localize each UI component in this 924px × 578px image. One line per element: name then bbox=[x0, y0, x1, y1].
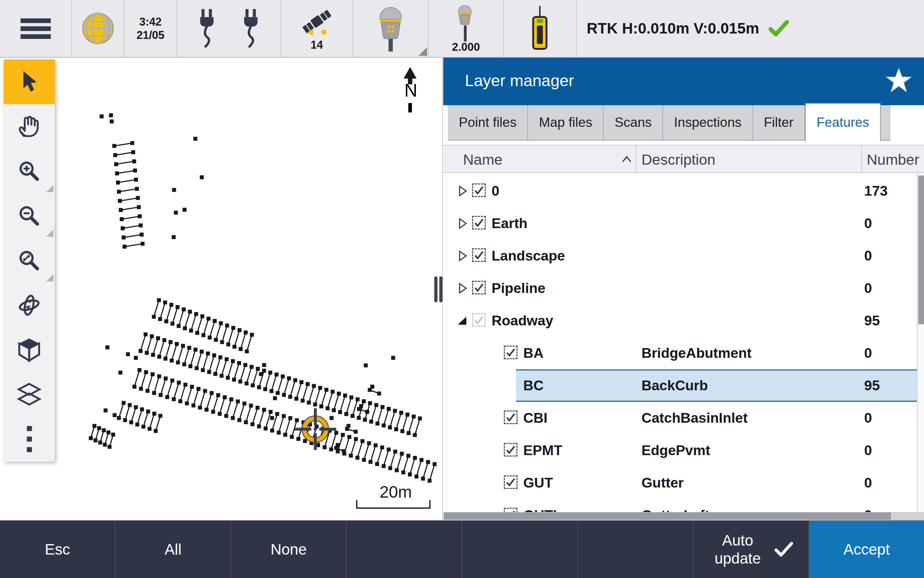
antenna-height-button[interactable]: 2.000 bbox=[429, 0, 504, 57]
feature-description: GutterLeft bbox=[641, 499, 710, 512]
map-toolbar bbox=[3, 60, 55, 462]
globe-icon bbox=[80, 10, 116, 47]
softkey-empty-3 bbox=[578, 521, 694, 578]
select-tool-button[interactable] bbox=[3, 60, 55, 104]
layer-name: 0 bbox=[492, 175, 500, 207]
feature-code: CBI bbox=[523, 402, 547, 434]
expand-collapsed-icon[interactable] bbox=[458, 185, 468, 197]
main-menu-button[interactable] bbox=[0, 0, 72, 57]
zoom-extents-button[interactable] bbox=[3, 238, 55, 283]
feature-description: CatchBasinInlet bbox=[641, 402, 748, 434]
feature-row-cbi[interactable]: CBI CatchBasinInlet 0 bbox=[443, 402, 924, 434]
layer-checkbox[interactable] bbox=[472, 248, 486, 262]
feature-code: EPMT bbox=[523, 434, 562, 467]
layers-icon bbox=[16, 383, 42, 406]
expand-collapsed-icon[interactable] bbox=[458, 250, 468, 261]
softkey-bar: Esc All None Auto update Accept bbox=[0, 520, 924, 578]
layer-manager-panel: Layer manager Point files Map files Scan… bbox=[443, 58, 924, 520]
column-divider bbox=[861, 146, 862, 173]
feature-code: BC bbox=[523, 369, 544, 402]
auto-update-check-icon bbox=[775, 542, 793, 557]
feature-row-gut[interactable]: GUT Gutter 0 bbox=[443, 467, 924, 499]
checkmark-icon bbox=[505, 412, 516, 423]
sort-ascending-icon bbox=[622, 156, 632, 163]
feature-count: 0 bbox=[864, 402, 872, 434]
splitter-handle[interactable] bbox=[439, 276, 443, 302]
layer-row-pipeline[interactable]: Pipeline 0 bbox=[443, 272, 924, 305]
column-header-name[interactable]: Name bbox=[463, 151, 502, 168]
tab-filter[interactable]: Filter bbox=[753, 105, 805, 140]
feature-checkbox[interactable] bbox=[504, 443, 518, 456]
esc-button[interactable]: Esc bbox=[0, 521, 116, 578]
scale-label: 20m bbox=[360, 482, 432, 502]
feature-row-bc-selected[interactable]: BC BackCurb 95 bbox=[443, 369, 924, 402]
all-button[interactable]: All bbox=[116, 521, 231, 578]
favorite-star-icon[interactable] bbox=[886, 68, 912, 94]
feature-row-ba[interactable]: BA BridgeAbutment 0 bbox=[443, 337, 924, 369]
layer-checkbox[interactable] bbox=[472, 281, 486, 294]
layer-row-earth[interactable]: Earth 0 bbox=[443, 207, 924, 240]
gnss-receiver-icon bbox=[374, 3, 407, 54]
layer-checkbox[interactable] bbox=[472, 183, 486, 197]
feature-checkbox[interactable] bbox=[504, 508, 518, 512]
vertical-scrollbar-thumb[interactable] bbox=[918, 175, 924, 324]
splitter-handle[interactable] bbox=[434, 276, 437, 302]
feature-checkbox[interactable] bbox=[504, 411, 518, 424]
submenu-corner-icon bbox=[418, 47, 427, 56]
satellites-button[interactable]: 14 bbox=[281, 0, 353, 57]
layer-count: 0 bbox=[864, 272, 872, 305]
expand-collapsed-icon[interactable] bbox=[458, 218, 468, 229]
cube-icon bbox=[16, 337, 42, 363]
feature-count: 0 bbox=[864, 499, 872, 512]
layer-checkbox[interactable] bbox=[472, 216, 486, 229]
horizontal-scrollbar-thumb[interactable] bbox=[444, 512, 891, 520]
layer-count: 0 bbox=[864, 207, 872, 240]
layer-checkbox-partial[interactable] bbox=[472, 313, 486, 327]
view-3d-button[interactable] bbox=[3, 328, 55, 372]
map-cursor-target bbox=[294, 408, 336, 450]
feature-checkbox[interactable] bbox=[504, 346, 518, 359]
rover-antenna-icon bbox=[453, 4, 479, 41]
rtk-status-button[interactable]: RTK H:0.010m V:0.015m bbox=[576, 0, 924, 57]
softkey-empty-2 bbox=[462, 521, 578, 578]
tab-scans[interactable]: Scans bbox=[604, 105, 663, 140]
none-button[interactable]: None bbox=[231, 521, 347, 578]
map-canvas[interactable] bbox=[0, 58, 443, 520]
gnss-receiver-button[interactable] bbox=[353, 0, 429, 57]
expand-expanded-icon[interactable] bbox=[457, 317, 467, 326]
layer-row-roadway[interactable]: Roadway 95 bbox=[443, 305, 924, 337]
antenna-height-value: 2.000 bbox=[452, 41, 480, 53]
panel-tabs: Point files Map files Scans Inspections … bbox=[448, 105, 890, 141]
accept-button[interactable]: Accept bbox=[809, 521, 924, 578]
tab-inspections[interactable]: Inspections bbox=[663, 105, 753, 140]
pan-tool-button[interactable] bbox=[3, 104, 55, 149]
globe-status-button[interactable] bbox=[72, 0, 124, 57]
connections-button[interactable] bbox=[177, 0, 281, 57]
submenu-corner-icon bbox=[46, 274, 54, 281]
feature-row-epmt[interactable]: EPMT EdgePvmt 0 bbox=[443, 434, 924, 467]
radio-link-button[interactable] bbox=[504, 0, 576, 57]
expand-collapsed-icon[interactable] bbox=[458, 283, 468, 294]
feature-checkbox[interactable] bbox=[504, 475, 518, 489]
feature-count: 95 bbox=[864, 369, 880, 402]
layer-row-landscape[interactable]: Landscape 0 bbox=[443, 240, 924, 272]
feature-row-gutl[interactable]: GUTL GutterLeft 0 bbox=[443, 499, 924, 512]
auto-update-button[interactable]: Auto update bbox=[694, 521, 809, 578]
zoom-in-button[interactable] bbox=[3, 149, 55, 193]
checkmark-icon bbox=[474, 282, 484, 293]
clock-date-button[interactable]: 3:42 21/05 bbox=[124, 0, 177, 57]
tab-map-files[interactable]: Map files bbox=[528, 105, 604, 140]
layer-count: 173 bbox=[864, 175, 888, 207]
tab-features[interactable]: Features bbox=[805, 103, 881, 141]
orbit-tool-button[interactable] bbox=[3, 283, 55, 328]
zoom-out-button[interactable] bbox=[3, 193, 55, 238]
layers-button[interactable] bbox=[3, 372, 55, 417]
horizontal-scrollbar[interactable] bbox=[443, 512, 924, 520]
layer-row-0[interactable]: 0 173 bbox=[443, 175, 924, 207]
column-header-number[interactable]: Number bbox=[867, 151, 919, 168]
column-header-description[interactable]: Description bbox=[641, 151, 715, 168]
more-tools-button[interactable] bbox=[3, 417, 55, 462]
tab-point-files[interactable]: Point files bbox=[448, 105, 528, 140]
vertical-scrollbar[interactable] bbox=[917, 173, 924, 512]
feature-description: BackCurb bbox=[641, 369, 708, 402]
